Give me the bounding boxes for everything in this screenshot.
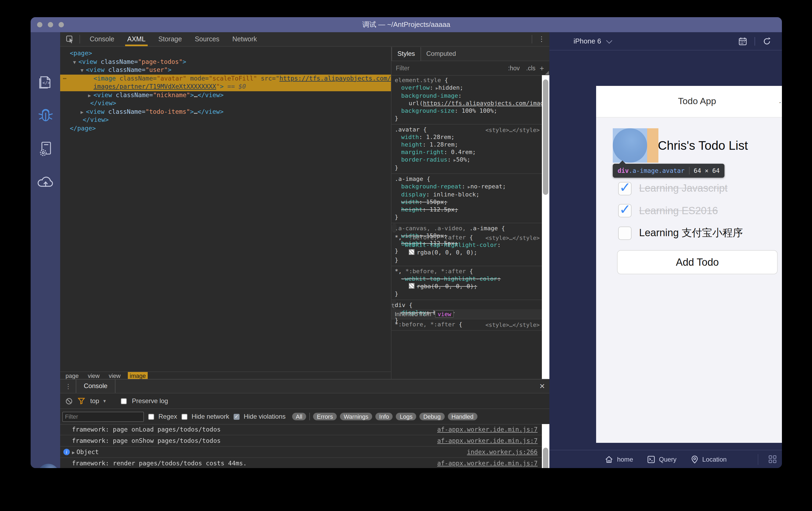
bottom-bar-item-home[interactable]: home bbox=[605, 455, 633, 463]
console-tab[interactable]: Console bbox=[76, 380, 115, 393]
todo-item[interactable]: Learning Javascript bbox=[618, 181, 728, 196]
filter-funnel-icon[interactable] bbox=[78, 398, 85, 404]
devtools-tab-sources[interactable]: Sources bbox=[188, 32, 226, 46]
log-level-pill-debug[interactable]: Debug bbox=[419, 413, 444, 420]
todo-item[interactable]: Learning ES2016 bbox=[618, 204, 718, 218]
style-rule[interactable]: *, *:before, *:after {<style>…</style>-w… bbox=[392, 233, 542, 266]
close-window-button[interactable] bbox=[37, 22, 42, 27]
devtools-tab-axml[interactable]: AXML bbox=[121, 32, 152, 46]
log-level-pill-errors[interactable]: Errors bbox=[313, 413, 337, 420]
style-rule[interactable]: *, *:before, *:after {-webkit-tap-highli… bbox=[392, 266, 542, 300]
tabbar-divider-right bbox=[532, 35, 532, 43]
devtools-tab-storage[interactable]: Storage bbox=[152, 32, 188, 46]
axml-node-selected[interactable]: images/partner/T19MVdXeXtXXXXXXXX"> == $… bbox=[60, 83, 391, 91]
source-link[interactable]: af-appx.worker.ide.min.js:7 bbox=[437, 458, 542, 468]
bottom-bar-label: Location bbox=[702, 455, 727, 463]
debug-icon[interactable] bbox=[31, 107, 60, 123]
resize-corner[interactable] bbox=[545, 71, 549, 74]
axml-node[interactable]: </view> bbox=[60, 116, 391, 124]
preserve-log-checkbox[interactable] bbox=[121, 398, 126, 404]
regex-checkbox[interactable] bbox=[148, 414, 154, 419]
console-filter-input[interactable] bbox=[62, 412, 144, 422]
style-rule[interactable]: .a-canvas, .a-video, .a-image {width: 15… bbox=[392, 223, 397, 233]
toggle-hover-state-button[interactable]: :hov bbox=[508, 65, 520, 71]
bottom-bar-label: home bbox=[617, 455, 633, 463]
hide-network-checkbox[interactable] bbox=[181, 414, 187, 419]
log-level-pill-handled[interactable]: Handled bbox=[447, 413, 477, 420]
style-rule[interactable]: .a-image {background-repeat: ▶no-repeat;… bbox=[392, 174, 542, 223]
log-level-pill-warnings[interactable]: Warnings bbox=[340, 413, 372, 420]
axml-node[interactable]: ▼<view className="page-todos"> bbox=[60, 58, 391, 66]
minimize-window-button[interactable] bbox=[48, 22, 53, 27]
style-rule[interactable]: div {user agent stylesheetdisplay: block… bbox=[392, 300, 397, 309]
checkbox-label: Hide network bbox=[192, 413, 229, 420]
source-link[interactable]: af-appx.worker.ide.min.js:7 bbox=[437, 435, 542, 446]
style-rule[interactable]: .avatar {<style>…</style>width: 1.28rem;… bbox=[392, 124, 542, 174]
zoom-window-button[interactable] bbox=[59, 22, 64, 27]
inherited-view-badge[interactable]: view bbox=[435, 310, 454, 318]
log-level-pill-info[interactable]: Info bbox=[375, 413, 393, 420]
source-link[interactable]: index.worker.js:266 bbox=[467, 447, 542, 457]
devtools-tab-console[interactable]: Console bbox=[83, 32, 121, 46]
home-icon bbox=[605, 455, 613, 463]
style-rule[interactable]: element.style {overflow: ▶hidden;backgro… bbox=[392, 75, 542, 124]
grid-menu-icon[interactable] bbox=[768, 455, 777, 463]
styles-scrollbar-thumb[interactable] bbox=[543, 80, 548, 195]
new-style-rule-button[interactable]: + bbox=[540, 64, 544, 72]
clear-console-icon[interactable] bbox=[65, 397, 72, 404]
log-message: framework: render pages/todos/todos cost… bbox=[72, 459, 247, 467]
devtools-menu-icon[interactable]: ⋮ bbox=[538, 32, 545, 46]
axml-node[interactable]: </view> bbox=[60, 99, 391, 108]
expand-arrow-icon[interactable]: ▶ bbox=[72, 450, 75, 455]
log-level-pill-logs[interactable]: Logs bbox=[396, 413, 416, 420]
console-scrollbar-thumb[interactable] bbox=[543, 448, 548, 468]
execution-context-select[interactable]: top ▼ bbox=[90, 397, 107, 405]
simulator-header: iPhone 6 bbox=[549, 32, 782, 51]
todo-checkbox[interactable] bbox=[618, 204, 632, 217]
location-icon bbox=[690, 455, 698, 463]
console-menu-icon[interactable]: ⋮ bbox=[65, 383, 71, 390]
code-file-icon[interactable]: </> bbox=[31, 74, 60, 90]
styles-tab-styles[interactable]: Styles bbox=[392, 47, 421, 60]
device-select[interactable]: iPhone 6 bbox=[574, 37, 611, 45]
breadcrumb-item-image[interactable]: image bbox=[127, 372, 148, 379]
todo-checkbox[interactable] bbox=[618, 226, 632, 240]
reload-icon[interactable] bbox=[762, 37, 771, 46]
console-log-row: framework: render pages/todos/todos cost… bbox=[60, 458, 542, 468]
devtools-tab-network[interactable]: Network bbox=[226, 32, 263, 46]
axml-node[interactable]: ▶<view className="todo-items">…</view> bbox=[60, 108, 391, 116]
device-settings-icon[interactable] bbox=[31, 141, 60, 158]
breadcrumb-item-view[interactable]: view bbox=[86, 372, 102, 379]
axml-node[interactable]: ▶<view className="nickname">…</view> bbox=[60, 91, 391, 99]
styles-filter-label[interactable]: Filter bbox=[396, 65, 409, 71]
toggle-class-button[interactable]: .cls bbox=[526, 65, 536, 71]
close-console-icon[interactable]: ✕ bbox=[539, 382, 545, 390]
app-menu-icon[interactable]: ··· bbox=[779, 97, 782, 106]
todo-label: Learning ES2016 bbox=[639, 205, 718, 217]
app-title: Todo App bbox=[678, 96, 716, 107]
console-scrollbar[interactable] bbox=[542, 424, 549, 468]
axml-node[interactable]: </page> bbox=[60, 124, 391, 132]
titlebar[interactable]: 调试 — ~/AntProjects/aaaaa bbox=[31, 17, 782, 32]
todo-avatar[interactable] bbox=[613, 128, 647, 163]
add-todo-button[interactable]: Add Todo bbox=[617, 250, 778, 274]
user-avatar[interactable] bbox=[37, 464, 59, 468]
cloud-upload-icon[interactable] bbox=[31, 175, 60, 189]
log-level-pill-all[interactable]: All bbox=[292, 413, 306, 420]
source-link[interactable]: af-appx.worker.ide.min.js:7 bbox=[437, 424, 542, 435]
hide-violations-checkbox[interactable] bbox=[233, 414, 239, 419]
styles-tab-computed[interactable]: Computed bbox=[421, 48, 461, 59]
breadcrumb-item-page[interactable]: page bbox=[63, 372, 81, 379]
styles-scrollbar[interactable] bbox=[542, 75, 549, 380]
log-message: Object bbox=[77, 448, 99, 456]
calendar-icon[interactable] bbox=[738, 37, 747, 46]
inspect-element-icon[interactable] bbox=[66, 35, 74, 43]
todo-checkbox[interactable] bbox=[618, 182, 632, 195]
axml-node[interactable]: <page> bbox=[60, 50, 391, 58]
axml-node[interactable]: ▼<view className="user"> bbox=[60, 66, 391, 74]
todo-item[interactable]: Learning 支付宝小程序 bbox=[618, 226, 743, 240]
bottom-bar-item-query[interactable]: Query bbox=[647, 455, 676, 463]
breadcrumb-item-view[interactable]: view bbox=[107, 372, 123, 379]
bottom-bar-item-location[interactable]: Location bbox=[690, 455, 727, 463]
axml-node-selected[interactable]: ⋯<image className="avatar" mode="scaleTo… bbox=[60, 74, 391, 83]
